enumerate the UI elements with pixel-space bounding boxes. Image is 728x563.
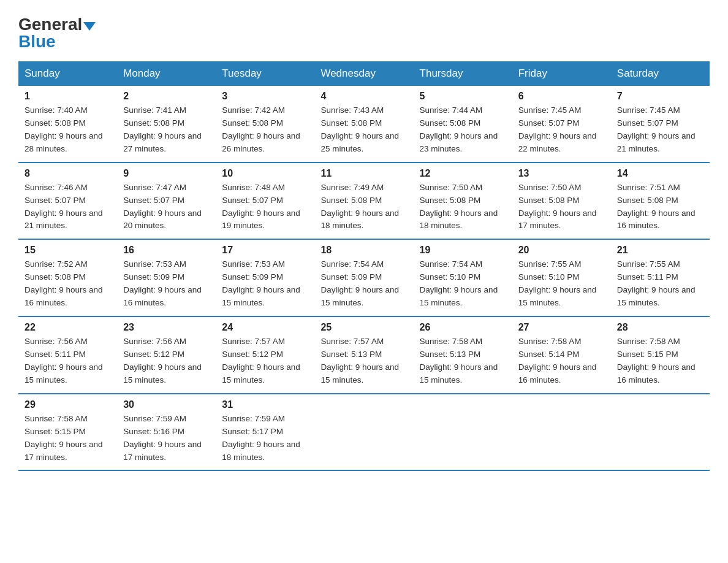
day-number: 20	[518, 245, 605, 256]
day-number: 26	[420, 322, 506, 333]
weekday-header-tuesday: Tuesday	[216, 61, 314, 86]
day-number: 31	[222, 399, 308, 410]
calendar-week-row: 22Sunrise: 7:56 AMSunset: 5:11 PMDayligh…	[18, 316, 710, 394]
calendar-cell: 30Sunrise: 7:59 AMSunset: 5:16 PMDayligh…	[117, 394, 216, 471]
day-number: 13	[518, 168, 605, 179]
calendar-cell: 20Sunrise: 7:55 AMSunset: 5:10 PMDayligh…	[512, 239, 611, 316]
day-number: 10	[222, 168, 308, 179]
day-info: Sunrise: 7:57 AMSunset: 5:12 PMDaylight:…	[222, 335, 308, 387]
logo-triangle-icon	[83, 22, 96, 31]
day-info: Sunrise: 7:52 AMSunset: 5:08 PMDaylight:…	[25, 258, 111, 310]
day-number: 7	[617, 91, 703, 102]
weekday-header-thursday: Thursday	[414, 61, 512, 86]
day-info: Sunrise: 7:56 AMSunset: 5:12 PMDaylight:…	[123, 335, 210, 387]
calendar-cell	[611, 394, 710, 471]
calendar-cell: 19Sunrise: 7:54 AMSunset: 5:10 PMDayligh…	[414, 239, 512, 316]
day-info: Sunrise: 7:54 AMSunset: 5:09 PMDaylight:…	[320, 258, 407, 310]
day-info: Sunrise: 7:46 AMSunset: 5:07 PMDaylight:…	[25, 182, 111, 233]
day-info: Sunrise: 7:58 AMSunset: 5:15 PMDaylight:…	[617, 335, 703, 387]
logo-general-text: General	[18, 15, 82, 34]
calendar-cell: 26Sunrise: 7:58 AMSunset: 5:13 PMDayligh…	[414, 316, 512, 394]
day-number: 2	[123, 91, 210, 102]
calendar-week-row: 1Sunrise: 7:40 AMSunset: 5:08 PMDaylight…	[18, 86, 710, 163]
weekday-header-saturday: Saturday	[611, 61, 710, 86]
day-info: Sunrise: 7:44 AMSunset: 5:08 PMDaylight:…	[420, 104, 506, 156]
day-number: 18	[320, 245, 407, 256]
day-info: Sunrise: 7:55 AMSunset: 5:10 PMDaylight:…	[518, 258, 605, 310]
day-info: Sunrise: 7:59 AMSunset: 5:17 PMDaylight:…	[222, 413, 308, 464]
weekday-header-sunday: Sunday	[18, 61, 117, 86]
logo-blue-text: Blue	[18, 33, 56, 50]
calendar-cell: 7Sunrise: 7:45 AMSunset: 5:07 PMDaylight…	[611, 86, 710, 163]
weekday-header-monday: Monday	[117, 61, 216, 86]
day-info: Sunrise: 7:40 AMSunset: 5:08 PMDaylight:…	[25, 104, 111, 156]
day-number: 19	[420, 245, 506, 256]
day-info: Sunrise: 7:53 AMSunset: 5:09 PMDaylight:…	[222, 258, 308, 310]
day-number: 1	[25, 91, 111, 102]
calendar-cell: 6Sunrise: 7:45 AMSunset: 5:07 PMDaylight…	[512, 86, 611, 163]
day-info: Sunrise: 7:45 AMSunset: 5:07 PMDaylight:…	[617, 104, 703, 156]
day-info: Sunrise: 7:54 AMSunset: 5:10 PMDaylight:…	[420, 258, 506, 310]
calendar-cell	[512, 394, 611, 471]
day-info: Sunrise: 7:51 AMSunset: 5:08 PMDaylight:…	[617, 182, 703, 233]
calendar-cell: 5Sunrise: 7:44 AMSunset: 5:08 PMDaylight…	[414, 86, 512, 163]
day-info: Sunrise: 7:50 AMSunset: 5:08 PMDaylight:…	[420, 182, 506, 233]
calendar-week-row: 15Sunrise: 7:52 AMSunset: 5:08 PMDayligh…	[18, 239, 710, 316]
day-number: 6	[518, 91, 605, 102]
day-number: 8	[25, 168, 111, 179]
calendar-cell: 15Sunrise: 7:52 AMSunset: 5:08 PMDayligh…	[18, 239, 117, 316]
calendar-cell: 9Sunrise: 7:47 AMSunset: 5:07 PMDaylight…	[117, 163, 216, 240]
day-number: 5	[420, 91, 506, 102]
day-info: Sunrise: 7:47 AMSunset: 5:07 PMDaylight:…	[123, 182, 210, 233]
calendar-cell: 14Sunrise: 7:51 AMSunset: 5:08 PMDayligh…	[611, 163, 710, 240]
calendar-cell: 31Sunrise: 7:59 AMSunset: 5:17 PMDayligh…	[216, 394, 314, 471]
calendar-week-row: 29Sunrise: 7:58 AMSunset: 5:15 PMDayligh…	[18, 394, 710, 471]
day-info: Sunrise: 7:42 AMSunset: 5:08 PMDaylight:…	[222, 104, 308, 156]
calendar-cell: 29Sunrise: 7:58 AMSunset: 5:15 PMDayligh…	[18, 394, 117, 471]
day-info: Sunrise: 7:50 AMSunset: 5:08 PMDaylight:…	[518, 182, 605, 233]
calendar-cell: 27Sunrise: 7:58 AMSunset: 5:14 PMDayligh…	[512, 316, 611, 394]
calendar-cell: 10Sunrise: 7:48 AMSunset: 5:07 PMDayligh…	[216, 163, 314, 240]
calendar-cell: 11Sunrise: 7:49 AMSunset: 5:08 PMDayligh…	[314, 163, 413, 240]
day-number: 16	[123, 245, 210, 256]
calendar-cell: 12Sunrise: 7:50 AMSunset: 5:08 PMDayligh…	[414, 163, 512, 240]
calendar-cell: 24Sunrise: 7:57 AMSunset: 5:12 PMDayligh…	[216, 316, 314, 394]
day-number: 25	[320, 322, 407, 333]
day-number: 23	[123, 322, 210, 333]
page-header: General Blue	[18, 12, 710, 50]
calendar-cell: 13Sunrise: 7:50 AMSunset: 5:08 PMDayligh…	[512, 163, 611, 240]
calendar-cell: 16Sunrise: 7:53 AMSunset: 5:09 PMDayligh…	[117, 239, 216, 316]
day-info: Sunrise: 7:58 AMSunset: 5:15 PMDaylight:…	[25, 413, 111, 464]
calendar-cell	[414, 394, 512, 471]
calendar-cell: 23Sunrise: 7:56 AMSunset: 5:12 PMDayligh…	[117, 316, 216, 394]
calendar-cell: 4Sunrise: 7:43 AMSunset: 5:08 PMDaylight…	[314, 86, 413, 163]
day-number: 15	[25, 245, 111, 256]
calendar-cell: 2Sunrise: 7:41 AMSunset: 5:08 PMDaylight…	[117, 86, 216, 163]
calendar-cell: 22Sunrise: 7:56 AMSunset: 5:11 PMDayligh…	[18, 316, 117, 394]
logo: General Blue	[18, 16, 96, 50]
day-number: 11	[320, 168, 407, 179]
calendar-cell: 3Sunrise: 7:42 AMSunset: 5:08 PMDaylight…	[216, 86, 314, 163]
day-info: Sunrise: 7:48 AMSunset: 5:07 PMDaylight:…	[222, 182, 308, 233]
day-info: Sunrise: 7:57 AMSunset: 5:13 PMDaylight:…	[320, 335, 407, 387]
day-number: 21	[617, 245, 703, 256]
day-number: 29	[25, 399, 111, 410]
calendar-table: SundayMondayTuesdayWednesdayThursdayFrid…	[18, 61, 710, 471]
day-number: 30	[123, 399, 210, 410]
calendar-cell: 1Sunrise: 7:40 AMSunset: 5:08 PMDaylight…	[18, 86, 117, 163]
day-info: Sunrise: 7:53 AMSunset: 5:09 PMDaylight:…	[123, 258, 210, 310]
calendar-cell: 17Sunrise: 7:53 AMSunset: 5:09 PMDayligh…	[216, 239, 314, 316]
day-info: Sunrise: 7:49 AMSunset: 5:08 PMDaylight:…	[320, 182, 407, 233]
day-number: 24	[222, 322, 308, 333]
calendar-cell: 25Sunrise: 7:57 AMSunset: 5:13 PMDayligh…	[314, 316, 413, 394]
calendar-cell: 18Sunrise: 7:54 AMSunset: 5:09 PMDayligh…	[314, 239, 413, 316]
day-number: 27	[518, 322, 605, 333]
day-info: Sunrise: 7:58 AMSunset: 5:14 PMDaylight:…	[518, 335, 605, 387]
day-info: Sunrise: 7:43 AMSunset: 5:08 PMDaylight:…	[320, 104, 407, 156]
day-info: Sunrise: 7:58 AMSunset: 5:13 PMDaylight:…	[420, 335, 506, 387]
day-number: 17	[222, 245, 308, 256]
calendar-cell	[314, 394, 413, 471]
day-number: 12	[420, 168, 506, 179]
calendar-week-row: 8Sunrise: 7:46 AMSunset: 5:07 PMDaylight…	[18, 163, 710, 240]
day-number: 4	[320, 91, 407, 102]
